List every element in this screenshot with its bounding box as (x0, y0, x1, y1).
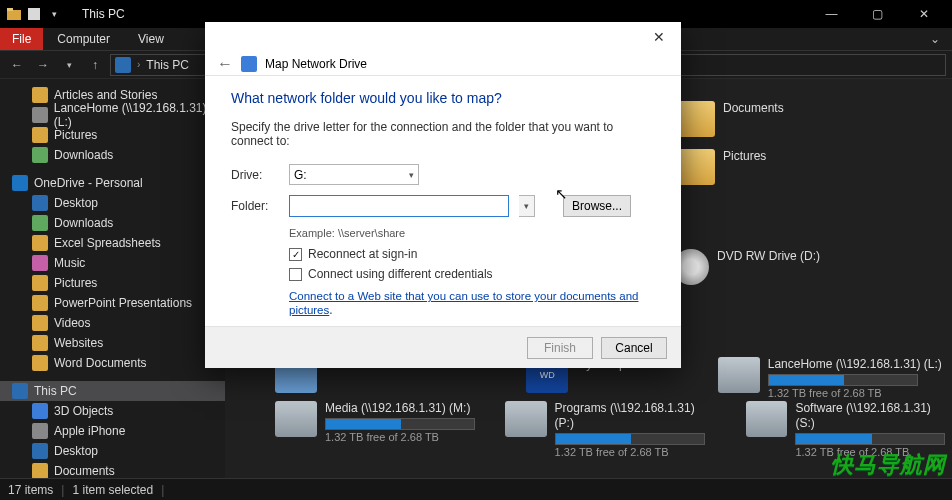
tree-item[interactable]: Music (0, 253, 225, 273)
svg-rect-1 (7, 8, 13, 11)
pictures-icon (32, 275, 48, 291)
folder-icon (6, 6, 22, 22)
maximize-button[interactable]: ▢ (855, 0, 900, 28)
folder-icon (32, 235, 48, 251)
navigation-tree[interactable]: Articles and Stories LanceHome (\\192.16… (0, 79, 225, 478)
different-credentials-checkbox-row[interactable]: Connect using different credentials (289, 267, 655, 281)
storage-bar (555, 433, 705, 445)
downloads-icon (32, 147, 48, 163)
tree-item[interactable]: Downloads (0, 145, 225, 165)
address-location: This PC (146, 58, 189, 72)
music-icon (32, 255, 48, 271)
item-count: 17 items (8, 483, 53, 497)
tree-item[interactable]: LanceHome (\\192.168.1.31) (L:) (0, 105, 225, 125)
computer-tab[interactable]: Computer (43, 28, 124, 50)
reconnect-checkbox[interactable]: ✓ (289, 248, 302, 261)
view-tab[interactable]: View (124, 28, 178, 50)
tree-item[interactable]: PowerPoint Presentations (0, 293, 225, 313)
tree-item[interactable]: Documents (0, 461, 225, 478)
desktop-icon (32, 195, 48, 211)
network-drive-icon (505, 401, 547, 437)
chevron-down-icon: ▾ (409, 170, 414, 180)
this-pc-icon (12, 383, 28, 399)
dialog-heading: What network folder would you like to ma… (231, 90, 655, 106)
storage-bar (795, 433, 945, 445)
dialog-breadcrumb: ← Map Network Drive (205, 52, 681, 76)
folder-label: Folder: (231, 199, 279, 213)
tree-item[interactable]: Videos (0, 313, 225, 333)
pictures-icon (32, 127, 48, 143)
folder-icon (32, 335, 48, 351)
network-drive-icon (718, 357, 760, 393)
watermark-text: 快马导航网 (831, 450, 946, 480)
tree-item[interactable]: Word Documents (0, 353, 225, 373)
properties-icon[interactable] (26, 6, 42, 22)
close-button[interactable]: ✕ (901, 0, 946, 28)
svg-rect-2 (28, 8, 40, 20)
documents-icon (32, 463, 48, 478)
window-title: This PC (82, 7, 125, 21)
tree-item[interactable]: Apple iPhone (0, 421, 225, 441)
status-bar: 17 items | 1 item selected | (0, 478, 952, 500)
forward-button[interactable]: → (32, 54, 54, 76)
folder-path-input[interactable] (289, 195, 509, 217)
tree-item[interactable]: Excel Spreadsheets (0, 233, 225, 253)
tree-item[interactable]: Websites (0, 333, 225, 353)
svg-rect-0 (7, 10, 21, 20)
network-drive-icon (275, 401, 317, 437)
folder-icon (32, 355, 48, 371)
storage-bar (768, 374, 918, 386)
item-pictures[interactable]: Pictures (673, 149, 766, 185)
item-programs-drive[interactable]: Programs (\\192.168.1.31) (P:) 1.32 TB f… (505, 401, 716, 460)
tree-item[interactable]: 3D Objects (0, 401, 225, 421)
chevron-right-icon: › (137, 59, 140, 70)
drive-letter-select[interactable]: G: ▾ (289, 164, 419, 185)
tree-item[interactable]: Desktop (0, 193, 225, 213)
onedrive-icon (12, 175, 28, 191)
tree-item-onedrive[interactable]: OneDrive - Personal (0, 173, 225, 193)
desktop-icon (32, 443, 48, 459)
dialog-close-button[interactable]: ✕ (637, 22, 681, 52)
network-drive-icon (241, 56, 257, 72)
up-button[interactable]: ↑ (84, 54, 106, 76)
iphone-icon (32, 423, 48, 439)
cancel-button[interactable]: Cancel (601, 337, 667, 359)
tree-item[interactable]: Pictures (0, 273, 225, 293)
this-pc-icon (115, 57, 131, 73)
item-dvd-drive[interactable]: DVD RW Drive (D:) (673, 249, 820, 285)
reconnect-checkbox-row[interactable]: ✓ Reconnect at sign-in (289, 247, 655, 261)
selection-count: 1 item selected (72, 483, 153, 497)
back-button[interactable]: ← (6, 54, 28, 76)
videos-icon (32, 315, 48, 331)
tree-item-this-pc[interactable]: This PC (0, 381, 225, 401)
tree-item[interactable]: Downloads (0, 213, 225, 233)
recent-dropdown[interactable]: ▾ (58, 54, 80, 76)
quick-access-toolbar: ▾ (6, 6, 62, 22)
dialog-back-button[interactable]: ← (217, 55, 233, 73)
folder-icon (32, 87, 48, 103)
item-documents[interactable]: Documents (673, 101, 784, 137)
downloads-icon (32, 215, 48, 231)
mouse-cursor: ↖ (555, 185, 568, 203)
ribbon-expand-button[interactable]: ⌄ (918, 28, 952, 50)
browse-button[interactable]: Browse... (563, 195, 631, 217)
3d-objects-icon (32, 403, 48, 419)
minimize-button[interactable]: — (809, 0, 854, 28)
folder-example: Example: \\server\share (289, 227, 655, 239)
connect-website-link[interactable]: Connect to a Web site that you can use t… (289, 290, 638, 316)
storage-bar (325, 418, 475, 430)
network-drive-icon (746, 401, 788, 437)
drive-label: Drive: (231, 168, 279, 182)
file-tab[interactable]: File (0, 28, 43, 50)
folder-icon (32, 295, 48, 311)
different-credentials-checkbox[interactable] (289, 268, 302, 281)
map-network-drive-dialog: ✕ ← Map Network Drive What network folde… (205, 22, 681, 368)
tree-item[interactable]: Desktop (0, 441, 225, 461)
network-drive-icon (32, 107, 48, 123)
dropdown-icon[interactable]: ▾ (46, 6, 62, 22)
dialog-subtext: Specify the drive letter for the connect… (231, 120, 655, 148)
folder-history-dropdown[interactable]: ▾ (519, 195, 535, 217)
item-media-drive[interactable]: Media (\\192.168.1.31) (M:) 1.32 TB free… (275, 401, 475, 460)
finish-button: Finish (527, 337, 593, 359)
item-lancehome-drive[interactable]: LanceHome (\\192.168.1.31) (L:) 1.32 TB … (718, 357, 942, 401)
